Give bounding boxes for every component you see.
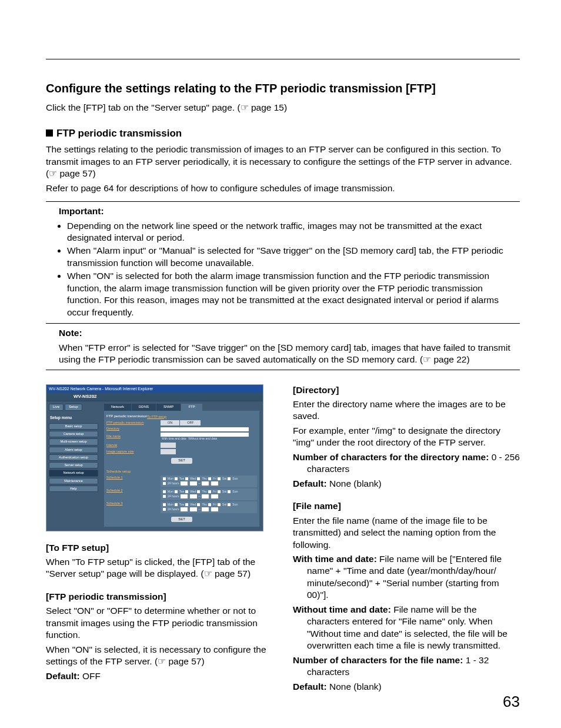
schedule-3-label: Schedule 3 [106, 501, 161, 506]
tab-snmp[interactable]: SNMP [156, 404, 181, 411]
row-interval-label: Interval [106, 443, 161, 447]
important-item: When "ON" is selected for both the alarm… [67, 270, 519, 318]
filename-with-time: With time and date: File name will be ["… [293, 553, 520, 601]
sidebar-item-basic[interactable]: Basic setup [49, 423, 98, 430]
interval-select[interactable] [161, 443, 176, 448]
sidebar-item-alarm[interactable]: Alarm setup [49, 447, 98, 453]
tab-ddns[interactable]: DDNS [132, 404, 156, 411]
directory-default: Default: None (blank) [293, 478, 520, 490]
note-box: Note: When "FTP error" is selected for "… [46, 324, 520, 370]
sidebar-item-maintenance[interactable]: Maintenance [49, 478, 98, 484]
setup-tab[interactable]: Setup [65, 404, 82, 411]
important-list: Depending on the network line speed or t… [59, 220, 519, 319]
filename-default: Default: None (blank) [293, 681, 520, 693]
directory-input[interactable] [161, 427, 249, 431]
tab-network[interactable]: Network [104, 404, 131, 411]
checkbox-icon[interactable] [163, 477, 166, 480]
filename-opt-without[interactable]: Without time and data [188, 437, 217, 440]
to-ftp-setup-heading: [To FTP setup] [46, 542, 273, 554]
filename-char-limit: Number of characters for the file name: … [293, 654, 520, 679]
set-button-2[interactable]: SET [171, 517, 192, 523]
schedule-1-label: Schedule 1 [106, 476, 161, 480]
sidebar-item-camera[interactable]: Camera setup [49, 431, 98, 437]
important-item: When "Alarm input" or "Manual" is select… [67, 245, 519, 269]
live-tab[interactable]: Live [49, 404, 64, 411]
tab-ftp[interactable]: FTP [181, 404, 202, 411]
sidebar-item-server[interactable]: Server setup [49, 462, 98, 468]
schedule-2-box: MonTueWedThuFriSatSun 24 hours : – : [161, 488, 257, 500]
important-title: Important: [59, 205, 519, 217]
section-desc-2: Refer to page 64 for descriptions of how… [46, 182, 520, 194]
section-desc-1: The settings relating to the periodic tr… [46, 144, 520, 179]
ftp-periodic-default: Default: OFF [46, 670, 273, 682]
filename-opt-with[interactable]: With time and date [162, 437, 186, 440]
sidebar-item-auth[interactable]: Authentication setup [49, 454, 98, 461]
ftp-periodic-heading: [FTP periodic transmission] [46, 591, 273, 603]
window-titlebar: WV-NS202 Network Camera - Microsoft Inte… [46, 385, 263, 393]
model-bar: WV-NS202 [46, 393, 263, 402]
size-select[interactable] [161, 449, 176, 454]
filename-input[interactable] [161, 433, 249, 437]
page-number: 63 [503, 692, 520, 712]
panel-section-title: FTP periodic transmission [106, 414, 147, 419]
page-title: Configure the settings relating to the F… [46, 81, 520, 96]
to-ftp-setup-link[interactable]: To FTP setup [147, 415, 166, 419]
important-item: Depending on the network line speed or t… [67, 220, 519, 244]
note-title: Note: [59, 327, 519, 339]
sidebar-item-network[interactable]: Network setup [49, 470, 98, 476]
to-ftp-setup-text: When "To FTP setup" is clicked, the [FTP… [46, 556, 273, 580]
schedule-2-label: Schedule 2 [106, 488, 161, 493]
row-directory-label: Directory [106, 427, 161, 431]
important-box: Important: Depending on the network line… [46, 201, 520, 324]
toggle-on[interactable]: ON [161, 420, 179, 426]
row-transmission-label: FTP periodic transmission [106, 421, 161, 425]
note-text: When "FTP error" is selected for "Save t… [59, 342, 519, 366]
section-ftp-periodic: FTP periodic transmission [46, 127, 520, 140]
filename-text: Enter the file name (name of the image f… [293, 515, 520, 551]
set-button[interactable]: SET [171, 458, 192, 464]
embedded-screenshot: WV-NS202 Network Camera - Microsoft Inte… [46, 384, 263, 531]
square-bullet-icon [46, 129, 53, 137]
toggle-off[interactable]: OFF [180, 420, 201, 426]
directory-text-2: For example, enter "/img" to designate t… [293, 425, 520, 449]
filename-without-time: Without time and date: File name will be… [293, 604, 520, 652]
main-tabs: NetworkDDNSSNMPFTP [104, 404, 259, 411]
directory-text-1: Enter the directory name where the image… [293, 398, 520, 423]
sidebar-item-multiscreen[interactable]: Multi-screen setup [49, 438, 98, 445]
schedule-1-box: MonTueWedThuFriSatSun 24 hours : – : [161, 476, 257, 487]
rule-top [46, 59, 520, 59]
directory-heading: [Directory] [293, 384, 520, 396]
schedule-3-box: MonTueWedThuFriSatSun 24 hours : – : [161, 501, 257, 513]
intro-text: Click the [FTP] tab on the "Server setup… [46, 102, 520, 114]
directory-char-limit: Number of characters for the directory n… [293, 451, 520, 476]
row-filename-label: File name [106, 434, 161, 438]
sidebar-item-help[interactable]: Help [49, 486, 98, 492]
ftp-periodic-text-2: When "ON" is selected, it is necessary t… [46, 644, 273, 668]
schedule-section-title: Schedule setup [106, 470, 257, 474]
section-ftp-periodic-label: FTP periodic transmission [56, 128, 182, 139]
row-size-label: Image capture size [106, 450, 161, 454]
filename-heading: [File name] [293, 500, 520, 512]
side-menu-title: Setup menu [50, 415, 98, 421]
ftp-periodic-text-1: Select "ON" or "OFF" to determine whethe… [46, 605, 273, 641]
